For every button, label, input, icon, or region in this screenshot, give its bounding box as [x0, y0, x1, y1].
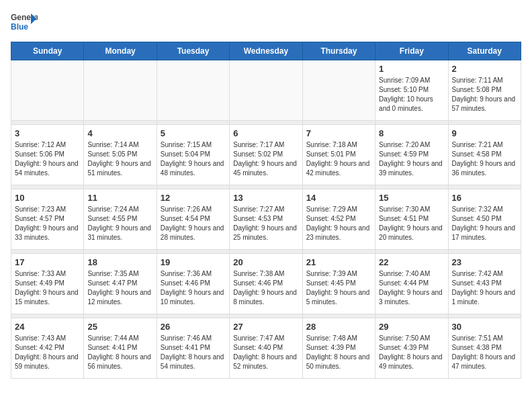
calendar-cell: 24Sunrise: 7:43 AM Sunset: 4:42 PM Dayli…: [11, 318, 84, 379]
weekday-header-row: SundayMondayTuesdayWednesdayThursdayFrid…: [11, 42, 521, 60]
day-info: Sunrise: 7:12 AM Sunset: 5:06 PM Dayligh…: [15, 140, 80, 178]
calendar-cell: 1Sunrise: 7:09 AM Sunset: 5:10 PM Daylig…: [375, 60, 448, 121]
calendar-cell: 3Sunrise: 7:12 AM Sunset: 5:06 PM Daylig…: [11, 125, 84, 185]
calendar-cell: 9Sunrise: 7:21 AM Sunset: 4:58 PM Daylig…: [448, 125, 521, 185]
day-info: Sunrise: 7:15 AM Sunset: 5:04 PM Dayligh…: [161, 140, 226, 178]
calendar-cell: 11Sunrise: 7:24 AM Sunset: 4:55 PM Dayli…: [84, 189, 157, 250]
day-number: 30: [452, 322, 517, 332]
day-info: Sunrise: 7:46 AM Sunset: 4:41 PM Dayligh…: [161, 334, 226, 371]
day-number: 25: [87, 322, 152, 332]
calendar-week-5: 24Sunrise: 7:43 AM Sunset: 4:42 PM Dayli…: [11, 318, 521, 379]
calendar-cell: 30Sunrise: 7:51 AM Sunset: 4:38 PM Dayli…: [448, 318, 521, 379]
day-info: Sunrise: 7:14 AM Sunset: 5:05 PM Dayligh…: [87, 140, 152, 178]
calendar-cell: 8Sunrise: 7:20 AM Sunset: 4:59 PM Daylig…: [375, 125, 448, 185]
day-number: 14: [306, 193, 371, 203]
day-info: Sunrise: 7:23 AM Sunset: 4:57 PM Dayligh…: [15, 205, 80, 242]
calendar-week-1: 1Sunrise: 7:09 AM Sunset: 5:10 PM Daylig…: [11, 60, 521, 121]
calendar-cell: 25Sunrise: 7:44 AM Sunset: 4:41 PM Dayli…: [84, 318, 157, 379]
calendar-cell: 29Sunrise: 7:50 AM Sunset: 4:39 PM Dayli…: [375, 318, 448, 379]
day-number: 12: [161, 193, 226, 203]
calendar-cell: 7Sunrise: 7:18 AM Sunset: 5:01 PM Daylig…: [302, 125, 375, 185]
calendar-week-4: 17Sunrise: 7:33 AM Sunset: 4:49 PM Dayli…: [11, 254, 521, 314]
day-info: Sunrise: 7:44 AM Sunset: 4:41 PM Dayligh…: [87, 334, 152, 371]
calendar-cell: 28Sunrise: 7:48 AM Sunset: 4:39 PM Dayli…: [302, 318, 375, 379]
calendar-cell: [11, 60, 84, 121]
calendar-cell: 15Sunrise: 7:30 AM Sunset: 4:51 PM Dayli…: [375, 189, 448, 250]
calendar-cell: 12Sunrise: 7:26 AM Sunset: 4:54 PM Dayli…: [157, 189, 229, 250]
logo-svg: General Blue: [11, 11, 38, 35]
day-info: Sunrise: 7:47 AM Sunset: 4:40 PM Dayligh…: [233, 334, 298, 371]
day-number: 20: [233, 257, 298, 267]
calendar-table: SundayMondayTuesdayWednesdayThursdayFrid…: [11, 42, 521, 379]
svg-text:Blue: Blue: [11, 22, 28, 32]
day-number: 3: [15, 128, 80, 138]
day-info: Sunrise: 7:29 AM Sunset: 4:52 PM Dayligh…: [306, 205, 371, 242]
day-number: 1: [379, 64, 444, 74]
day-info: Sunrise: 7:40 AM Sunset: 4:44 PM Dayligh…: [379, 269, 444, 307]
day-number: 23: [452, 257, 517, 267]
day-info: Sunrise: 7:24 AM Sunset: 4:55 PM Dayligh…: [87, 205, 152, 242]
day-number: 16: [452, 193, 517, 203]
day-number: 27: [233, 322, 298, 332]
day-number: 10: [15, 193, 80, 203]
day-number: 9: [452, 128, 517, 138]
day-number: 6: [233, 128, 298, 138]
day-info: Sunrise: 7:51 AM Sunset: 4:38 PM Dayligh…: [452, 334, 517, 371]
day-number: 8: [379, 128, 444, 138]
calendar-cell: 13Sunrise: 7:27 AM Sunset: 4:53 PM Dayli…: [230, 189, 302, 250]
weekday-header-friday: Friday: [375, 42, 448, 60]
day-number: 24: [15, 322, 80, 332]
day-info: Sunrise: 7:32 AM Sunset: 4:50 PM Dayligh…: [452, 205, 517, 242]
calendar-cell: 18Sunrise: 7:35 AM Sunset: 4:47 PM Dayli…: [84, 254, 157, 314]
day-info: Sunrise: 7:11 AM Sunset: 5:08 PM Dayligh…: [452, 76, 517, 113]
calendar-cell: 14Sunrise: 7:29 AM Sunset: 4:52 PM Dayli…: [302, 189, 375, 250]
weekday-header-sunday: Sunday: [11, 42, 84, 60]
weekday-header-monday: Monday: [84, 42, 157, 60]
day-number: 19: [161, 257, 226, 267]
day-info: Sunrise: 7:18 AM Sunset: 5:01 PM Dayligh…: [306, 140, 371, 178]
calendar-week-3: 10Sunrise: 7:23 AM Sunset: 4:57 PM Dayli…: [11, 189, 521, 250]
calendar-cell: 21Sunrise: 7:39 AM Sunset: 4:45 PM Dayli…: [302, 254, 375, 314]
logo: General Blue: [11, 11, 38, 35]
day-number: 21: [306, 257, 371, 267]
day-info: Sunrise: 7:38 AM Sunset: 4:46 PM Dayligh…: [233, 269, 298, 307]
calendar-cell: 4Sunrise: 7:14 AM Sunset: 5:05 PM Daylig…: [84, 125, 157, 185]
day-info: Sunrise: 7:35 AM Sunset: 4:47 PM Dayligh…: [87, 269, 152, 307]
day-number: 7: [306, 128, 371, 138]
day-info: Sunrise: 7:43 AM Sunset: 4:42 PM Dayligh…: [15, 334, 80, 371]
weekday-header-thursday: Thursday: [302, 42, 375, 60]
day-info: Sunrise: 7:09 AM Sunset: 5:10 PM Dayligh…: [379, 76, 444, 113]
day-number: 29: [379, 322, 444, 332]
day-number: 22: [379, 257, 444, 267]
calendar-cell: 16Sunrise: 7:32 AM Sunset: 4:50 PM Dayli…: [448, 189, 521, 250]
day-info: Sunrise: 7:30 AM Sunset: 4:51 PM Dayligh…: [379, 205, 444, 242]
weekday-header-saturday: Saturday: [448, 42, 521, 60]
calendar-cell: [84, 60, 157, 121]
calendar-cell: [230, 60, 302, 121]
day-info: Sunrise: 7:33 AM Sunset: 4:49 PM Dayligh…: [15, 269, 80, 307]
calendar-cell: 22Sunrise: 7:40 AM Sunset: 4:44 PM Dayli…: [375, 254, 448, 314]
calendar-cell: 19Sunrise: 7:36 AM Sunset: 4:46 PM Dayli…: [157, 254, 229, 314]
day-info: Sunrise: 7:17 AM Sunset: 5:02 PM Dayligh…: [233, 140, 298, 178]
day-info: Sunrise: 7:48 AM Sunset: 4:39 PM Dayligh…: [306, 334, 371, 371]
day-info: Sunrise: 7:20 AM Sunset: 4:59 PM Dayligh…: [379, 140, 444, 178]
day-number: 5: [161, 128, 226, 138]
day-info: Sunrise: 7:39 AM Sunset: 4:45 PM Dayligh…: [306, 269, 371, 307]
calendar-cell: 6Sunrise: 7:17 AM Sunset: 5:02 PM Daylig…: [230, 125, 302, 185]
calendar-cell: [157, 60, 229, 121]
calendar-cell: [302, 60, 375, 121]
day-number: 2: [452, 64, 517, 74]
day-number: 4: [87, 128, 152, 138]
day-info: Sunrise: 7:42 AM Sunset: 4:43 PM Dayligh…: [452, 269, 517, 307]
calendar-cell: 20Sunrise: 7:38 AM Sunset: 4:46 PM Dayli…: [230, 254, 302, 314]
day-number: 18: [87, 257, 152, 267]
calendar-cell: 27Sunrise: 7:47 AM Sunset: 4:40 PM Dayli…: [230, 318, 302, 379]
calendar-cell: 2Sunrise: 7:11 AM Sunset: 5:08 PM Daylig…: [448, 60, 521, 121]
day-number: 26: [161, 322, 226, 332]
calendar-cell: 23Sunrise: 7:42 AM Sunset: 4:43 PM Dayli…: [448, 254, 521, 314]
calendar-cell: 5Sunrise: 7:15 AM Sunset: 5:04 PM Daylig…: [157, 125, 229, 185]
calendar-week-2: 3Sunrise: 7:12 AM Sunset: 5:06 PM Daylig…: [11, 125, 521, 185]
day-info: Sunrise: 7:36 AM Sunset: 4:46 PM Dayligh…: [161, 269, 226, 307]
weekday-header-tuesday: Tuesday: [157, 42, 229, 60]
day-info: Sunrise: 7:27 AM Sunset: 4:53 PM Dayligh…: [233, 205, 298, 242]
